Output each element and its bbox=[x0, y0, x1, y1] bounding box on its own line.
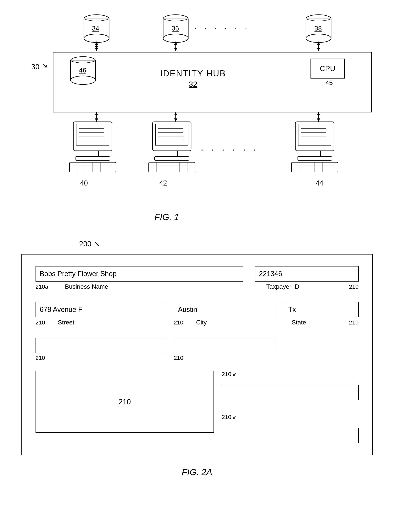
empty-input-2[interactable] bbox=[174, 338, 276, 353]
computer-42 bbox=[149, 122, 195, 172]
svg-text:· · · · · ·: · · · · · · bbox=[194, 23, 250, 33]
taxpayer-id-label: Taxpayer ID bbox=[266, 283, 299, 290]
svg-rect-63 bbox=[156, 124, 188, 145]
fig2a-caption: FIG. 2A bbox=[19, 467, 375, 477]
fig1-caption: FIG. 1 bbox=[155, 212, 179, 222]
svg-text:34: 34 bbox=[92, 25, 99, 32]
svg-text:CPU: CPU bbox=[320, 64, 335, 73]
fig2a-section: 200 ↘ Bobs Pretty Flower Shop 210a Busin… bbox=[19, 240, 375, 477]
svg-point-30 bbox=[70, 76, 96, 85]
svg-rect-86 bbox=[309, 151, 321, 157]
svg-marker-20 bbox=[174, 48, 177, 51]
svg-text:42: 42 bbox=[159, 179, 167, 187]
svg-text:32: 32 bbox=[189, 80, 197, 89]
label-210-state: 210 bbox=[349, 319, 358, 326]
svg-point-10 bbox=[306, 34, 331, 43]
svg-text:44: 44 bbox=[316, 179, 323, 187]
fig1-section: 30 ↘ 34 36 bbox=[19, 12, 375, 224]
svg-marker-43 bbox=[317, 118, 320, 122]
street-input[interactable]: 678 Avenue F bbox=[36, 302, 166, 317]
label-210-street: 210 bbox=[36, 319, 45, 326]
label-210-right-top: 210↙ bbox=[222, 371, 358, 378]
large-input[interactable]: 210 bbox=[36, 371, 214, 433]
svg-text:38: 38 bbox=[315, 25, 322, 32]
svg-marker-44 bbox=[317, 112, 320, 115]
svg-rect-51 bbox=[87, 151, 98, 157]
computer-40 bbox=[69, 122, 116, 172]
city-label: City bbox=[196, 319, 207, 326]
empty-field-1: 210 bbox=[36, 338, 166, 361]
empty-field-2: 210 bbox=[174, 338, 276, 361]
label-210-city: 210 bbox=[174, 319, 183, 326]
svg-rect-81 bbox=[298, 124, 331, 145]
label-210-taxpayer: 210 bbox=[349, 283, 358, 290]
svg-point-2 bbox=[84, 34, 109, 43]
svg-rect-69 bbox=[155, 157, 189, 160]
svg-text:40: 40 bbox=[80, 179, 88, 187]
svg-rect-68 bbox=[166, 151, 178, 157]
db-38: 38 bbox=[306, 15, 331, 43]
city-field: Austin 210 City bbox=[174, 302, 276, 326]
business-name-field: Bobs Pretty Flower Shop 210a Business Na… bbox=[36, 266, 243, 290]
label-210-empty2: 210 bbox=[174, 355, 183, 361]
svg-marker-38 bbox=[95, 112, 98, 115]
db-34: 34 bbox=[84, 15, 109, 43]
svg-point-6 bbox=[163, 34, 188, 43]
db-46: 46 bbox=[70, 57, 96, 85]
label-200: 200 bbox=[79, 240, 91, 248]
svg-marker-40 bbox=[174, 118, 177, 122]
svg-marker-17 bbox=[95, 48, 98, 51]
state-input[interactable]: Tx bbox=[284, 302, 358, 317]
label-210-empty1: 210 bbox=[36, 355, 45, 361]
svg-marker-23 bbox=[317, 48, 320, 51]
right-input-1[interactable] bbox=[222, 385, 358, 400]
label-210a: 210a bbox=[36, 283, 48, 290]
svg-marker-41 bbox=[174, 112, 177, 115]
svg-rect-46 bbox=[76, 124, 109, 145]
state-field: Tx State 210 bbox=[284, 302, 358, 326]
svg-text:IDENTITY HUB: IDENTITY HUB bbox=[160, 69, 226, 78]
svg-marker-37 bbox=[95, 118, 98, 122]
empty-input-1[interactable] bbox=[36, 338, 166, 353]
label-210-right-bottom: 210↙ bbox=[222, 414, 358, 420]
business-name-label: Business Name bbox=[65, 283, 108, 290]
svg-text:36: 36 bbox=[172, 25, 179, 32]
svg-text:· · · · · ·: · · · · · · bbox=[201, 144, 259, 154]
street-label: Street bbox=[58, 319, 74, 326]
db-36: 36 bbox=[163, 15, 188, 43]
computer-44 bbox=[291, 122, 338, 172]
right-stack: 210↙210↙ bbox=[222, 371, 358, 443]
street-field: 678 Avenue F 210 Street bbox=[36, 302, 166, 326]
arrow-200: ↘ bbox=[94, 240, 100, 248]
svg-rect-87 bbox=[297, 157, 332, 160]
svg-text:46: 46 bbox=[79, 66, 86, 74]
form-container: Bobs Pretty Flower Shop 210a Business Na… bbox=[21, 254, 373, 455]
city-input[interactable]: Austin bbox=[174, 302, 276, 317]
fig1-diagram: 34 36 38 · · · · · · bbox=[19, 12, 386, 214]
page: 30 ↘ 34 36 bbox=[0, 0, 394, 532]
state-label: State bbox=[292, 319, 306, 326]
taxpayer-id-input[interactable]: 221346 bbox=[255, 266, 359, 282]
business-name-input[interactable]: Bobs Pretty Flower Shop bbox=[36, 266, 243, 282]
svg-text:45: 45 bbox=[326, 79, 333, 86]
taxpayer-id-field: 221346 Taxpayer ID 210 bbox=[255, 266, 359, 290]
right-input-2[interactable] bbox=[222, 428, 358, 443]
large-field: 210 bbox=[36, 371, 214, 433]
svg-rect-52 bbox=[75, 157, 110, 160]
